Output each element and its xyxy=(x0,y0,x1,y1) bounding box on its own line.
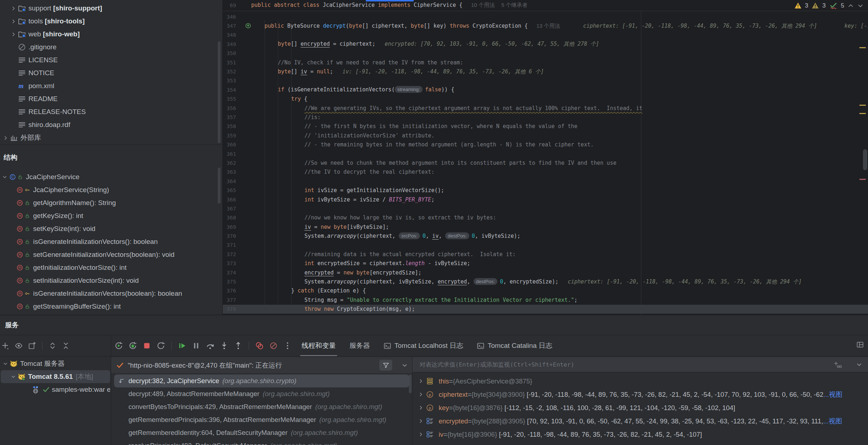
previous-problem-icon[interactable] xyxy=(847,3,854,9)
service-tree-item[interactable]: Tomcat 服务器 xyxy=(1,357,110,370)
chevron-down-icon[interactable] xyxy=(856,362,862,368)
structure-item[interactable]: msetGenerateInitializationVectors(boolea… xyxy=(0,248,222,261)
project-tree-item[interactable]: README xyxy=(0,92,222,105)
project-tree-item[interactable]: NOTICE xyxy=(0,67,222,80)
variable-row[interactable]: encrypted = {byte[288]@3905} [70, 92, 10… xyxy=(412,414,868,428)
service-tree-item[interactable]: Tomcat 8.5.61[本地] xyxy=(1,370,110,383)
service-tree-item[interactable]: samples-web:war ex xyxy=(1,383,110,396)
chevron-down-icon[interactable] xyxy=(402,362,408,368)
tab-线程和变量[interactable]: 线程和变量 xyxy=(302,335,336,356)
inspections-widget[interactable]: 335 xyxy=(794,1,864,10)
code-line[interactable]: 374encrypted = new byte[encryptedSize]; xyxy=(223,268,868,277)
warning-stripe-mark[interactable] xyxy=(859,105,866,106)
filter-frames-button[interactable] xyxy=(379,360,392,371)
view-link[interactable]: ...视图 xyxy=(823,390,842,399)
chevron-right-icon[interactable] xyxy=(415,432,426,437)
structure-item[interactable]: msetInitializationVectorSize(int): void xyxy=(0,274,222,287)
chevron-down-icon[interactable] xyxy=(1,174,9,180)
chevron-right-icon[interactable] xyxy=(415,392,426,397)
project-tree-item[interactable]: .gitignore xyxy=(0,41,222,54)
usage-hint[interactable]: 13 个用法 xyxy=(537,23,560,29)
project-tree-scrollbar[interactable] xyxy=(218,41,221,143)
chevron-right-icon[interactable] xyxy=(1,135,10,141)
code-line[interactable]: 350 xyxy=(223,49,868,58)
code-line[interactable]: 366int ivByteSize = ivSize / BITS_PER_BY… xyxy=(223,195,868,204)
add-button[interactable] xyxy=(1,342,9,350)
variable-row[interactable]: iv = {byte[16]@3906} [-91, -20, -118, -9… xyxy=(412,428,868,441)
variable-row[interactable]: pciphertext = {byte[304]@3900} [-91, -20… xyxy=(412,388,868,401)
view-link[interactable]: ...视图 xyxy=(823,417,842,426)
code-line[interactable]: 370System.arraycopy(ciphertext, srcPos:0… xyxy=(223,231,868,240)
structure-item[interactable]: mgetStreamingBufferSize(): int xyxy=(0,300,222,313)
layout-settings-button[interactable] xyxy=(856,341,864,348)
more-button[interactable] xyxy=(283,341,292,350)
redeploy-button[interactable] xyxy=(157,341,165,350)
resume-button[interactable] xyxy=(178,341,186,350)
code-line[interactable]: 371 xyxy=(223,241,868,250)
code-line[interactable]: 355try { xyxy=(223,95,868,104)
structure-item[interactable]: mgetAlgorithmName(): String xyxy=(0,196,222,209)
project-tree-item[interactable]: 外部库 xyxy=(0,131,222,144)
code-line[interactable]: 352byte[] iv = null;iv: [-91, -20, -118,… xyxy=(223,67,868,76)
chevron-down-icon[interactable] xyxy=(1,361,9,366)
code-line[interactable]: 360// - the remaining bytes in the metho… xyxy=(223,140,868,149)
usage-hint[interactable]: 10 个用法 xyxy=(471,2,495,8)
step-out-button[interactable] xyxy=(234,341,243,350)
evaluate-expression-bar[interactable]: 对表达式求值(Enter)或添加监视(Ctrl+Shift+Enter) xyxy=(412,357,868,372)
editor-scrollbar[interactable] xyxy=(863,149,867,170)
editor-horizontal-scrollbar[interactable] xyxy=(366,0,414,1)
project-tree-item[interactable]: shiro.doap.rdf xyxy=(0,118,222,131)
add-to-watches-icon[interactable] xyxy=(834,361,842,368)
stack-frame[interactable]: decrypt:382, JcaCipherService(org.apache… xyxy=(114,374,409,387)
structure-item[interactable]: misGenerateInitializationVectors(boolean… xyxy=(0,287,222,300)
chevron-right-icon[interactable] xyxy=(9,18,18,24)
project-tree-item[interactable]: web [shiro-web] xyxy=(0,28,222,41)
code-line[interactable]: 375System.arraycopy(ciphertext, ivByteSi… xyxy=(223,277,868,286)
variable-row[interactable]: pkey = {byte[16]@3876} [-112, -15, -2, 1… xyxy=(412,401,868,414)
code-line[interactable]: 347public ByteSource decrypt(byte[] ciph… xyxy=(223,21,868,30)
chevron-right-icon[interactable] xyxy=(9,5,18,11)
code-line[interactable]: 357//is: xyxy=(223,113,868,122)
stop-button[interactable] xyxy=(143,341,151,350)
code-line[interactable]: 367 xyxy=(223,204,868,213)
collapse-all-button[interactable] xyxy=(62,342,70,350)
stack-frame[interactable]: convertBytesToPrincipals:429, AbstractRe… xyxy=(111,400,412,413)
structure-item[interactable]: mgetInitializationVectorSize(): int xyxy=(0,261,222,274)
code-line[interactable]: 348 xyxy=(223,31,868,40)
structure-item[interactable]: mJcaCipherService(String) xyxy=(0,183,222,196)
project-tree-item[interactable]: support [shiro-support] xyxy=(0,2,222,15)
code-line[interactable]: 353 xyxy=(223,76,868,85)
tab-服务器[interactable]: 服务器 xyxy=(349,335,370,356)
thread-selector[interactable]: "http-nio-8085-exec-8"@2,470 在组"main": 正… xyxy=(111,357,412,373)
error-stripe-mark[interactable] xyxy=(859,179,866,180)
expand-all-button[interactable] xyxy=(49,342,56,350)
code-line[interactable]: 362//So we need to chunk the method argu… xyxy=(223,158,868,167)
code-line[interactable]: 368//now we know how large the iv is, so… xyxy=(223,213,868,222)
structure-item[interactable]: msetKeySize(int): void xyxy=(0,222,222,235)
code-line[interactable]: 346 xyxy=(223,12,868,21)
show-options-button[interactable] xyxy=(15,342,23,350)
code-line[interactable]: 349byte[] encrypted = ciphertext;encrypt… xyxy=(223,40,868,49)
project-tree-item[interactable]: tools [shiro-tools] xyxy=(0,15,222,28)
tab-Tomcat Catalina 日志[interactable]: Tomcat Catalina 日志 xyxy=(477,335,552,356)
code-line[interactable]: 351//No IV, check if we need to read the… xyxy=(223,58,868,67)
editor-lines[interactable]: 346347public ByteSource decrypt(byte[] c… xyxy=(223,11,868,314)
code-editor[interactable]: 69public abstract class JcaCipherService… xyxy=(223,0,868,315)
step-over-button[interactable] xyxy=(206,341,214,350)
rerun-button[interactable] xyxy=(114,341,123,350)
stack-frame[interactable]: getRememberedIdentity:604, DefaultSecuri… xyxy=(111,426,412,439)
code-line[interactable]: 378throw new CryptoException(msg, e); xyxy=(223,305,868,314)
project-tree-item[interactable]: mpom.xml xyxy=(0,80,222,92)
chevron-right-icon[interactable] xyxy=(415,378,426,384)
warning-stripe-mark[interactable] xyxy=(859,113,866,114)
overriding-method-icon[interactable] xyxy=(245,23,251,29)
stack-frame[interactable]: getRememberedPrincipals:396, AbstractRem… xyxy=(111,413,412,426)
code-line[interactable]: 377String msg = "Unable to correctly ext… xyxy=(223,295,868,304)
next-problem-icon[interactable] xyxy=(857,3,864,9)
structure-item[interactable]: mgetKeySize(): int xyxy=(0,209,222,222)
code-line[interactable]: 359// 'initializationVectorSize' attribu… xyxy=(223,131,868,140)
code-line[interactable]: 365int ivSize = getInitializationVectorS… xyxy=(223,186,868,195)
stack-frame[interactable]: resolvePrincipals:493, DefaultSecurityMa… xyxy=(111,439,412,445)
view-breakpoints-button[interactable] xyxy=(255,341,264,350)
code-line[interactable]: 356//We are generating IVs, so the ciphe… xyxy=(223,104,868,113)
